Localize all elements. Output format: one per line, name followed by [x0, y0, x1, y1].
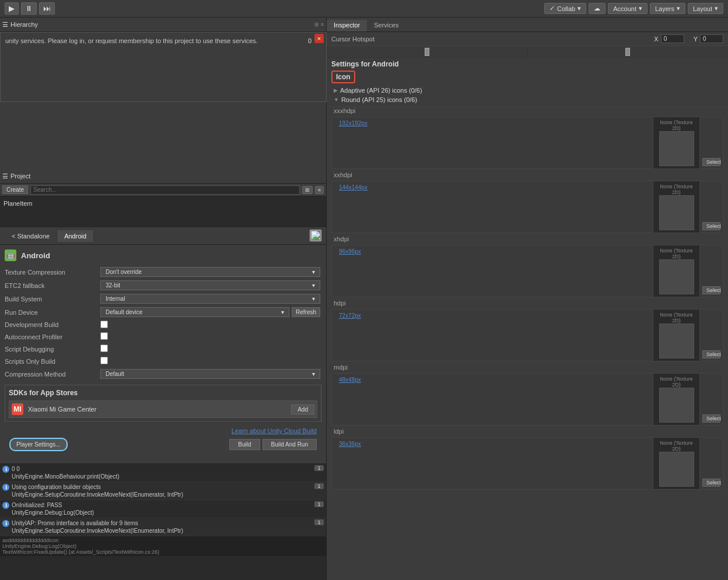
- slider-left[interactable]: [327, 46, 528, 57]
- round-api25-item[interactable]: ▼ Round (API 25) icons (0/6): [331, 95, 723, 104]
- density-row: 96x96px None (Texture 2D) Select: [331, 245, 723, 297]
- console-icon: ℹ: [2, 466, 9, 473]
- density-rows-container: xxxhdpi 192x192px None (Texture 2D) Sele…: [327, 107, 728, 490]
- console-item[interactable]: ℹ UnityIAP: Promo interface is available…: [0, 518, 326, 536]
- play-button[interactable]: ▶: [5, 2, 19, 15]
- select-button[interactable]: Select: [702, 286, 720, 294]
- etc2-value: 32-bit ▾: [99, 279, 321, 291]
- console-text: UnityIAP: Promo interface is available f…: [12, 519, 312, 535]
- compression-dropdown[interactable]: Default ▾: [100, 369, 320, 379]
- adaptive-api26-item[interactable]: ▶ Adaptive (API 26) icons (0/6): [331, 86, 723, 95]
- density-size-link[interactable]: 144x144px: [337, 183, 370, 192]
- layers-dropdown[interactable]: Layers ▾: [650, 3, 685, 14]
- select-button[interactable]: Select: [702, 222, 720, 230]
- y-value-input[interactable]: [700, 34, 723, 43]
- player-settings-button[interactable]: Player Settings...: [9, 438, 68, 451]
- adaptive-arrow-icon: ▶: [334, 87, 338, 93]
- density-group-label: hdpi: [331, 300, 723, 307]
- tab-inspector[interactable]: Inspector: [327, 20, 367, 31]
- slider-left-handle[interactable]: [425, 48, 429, 56]
- console-panel: ℹ 0 0 UnityEngine.MonoBehaviour:print(Ob…: [0, 463, 326, 580]
- refresh-button[interactable]: Refresh: [292, 307, 320, 317]
- x-value-input[interactable]: [661, 34, 684, 43]
- inspector-content: Cursor Hotspot X Y: [327, 32, 728, 580]
- build-system-text: Internal: [106, 296, 125, 302]
- account-dropdown[interactable]: Account ▾: [608, 3, 648, 14]
- script-debug-checkbox[interactable]: [100, 345, 108, 352]
- density-size-link[interactable]: 72x72px: [337, 311, 363, 320]
- console-icon: ℹ: [2, 520, 9, 527]
- density-size-link[interactable]: 36x36px: [337, 440, 363, 448]
- build-button[interactable]: Build: [229, 439, 260, 450]
- density-group-label: mdpi: [331, 364, 723, 371]
- project-search-input[interactable]: [30, 185, 300, 195]
- autoconnect-checkbox[interactable]: [100, 332, 108, 340]
- android-header: 🤖 Android: [5, 249, 321, 261]
- density-size-link[interactable]: 96x96px: [337, 247, 363, 256]
- texture-compression-text: Don't override: [106, 269, 142, 275]
- settings-android-title: Settings for Android: [331, 60, 723, 68]
- run-device-arrow: ▾: [281, 309, 284, 315]
- dev-build-checkbox[interactable]: [100, 321, 108, 328]
- cloud-build-link[interactable]: Learn about Unity Cloud Build: [9, 427, 317, 434]
- run-device-text: Default device: [106, 309, 142, 315]
- texture-label: None (Texture 2D): [656, 248, 697, 259]
- compression-arrow: ▾: [312, 371, 315, 377]
- top-toolbar: ▶ ⏸ ⏭ ✓ Collab ▾ ☁ Account ▾ Layers ▾ La…: [0, 0, 728, 17]
- build-settings-panel: < Standalone Android 🤖 Android Texture C…: [0, 227, 326, 463]
- select-button[interactable]: Select: [702, 479, 720, 487]
- layout-dropdown[interactable]: Layout ▾: [688, 3, 723, 14]
- select-button[interactable]: Select: [702, 350, 720, 358]
- console-badge: 1: [314, 519, 324, 525]
- platform-android[interactable]: Android: [57, 230, 94, 242]
- console-item[interactable]: ℹ Using configuration builder objects Un…: [0, 482, 326, 500]
- project-header: ☰ Project: [0, 169, 326, 184]
- console-item[interactable]: ℹ 0 0 UnityEngine.MonoBehaviour:print(Ob…: [0, 464, 326, 482]
- console-items-container: ℹ 0 0 UnityEngine.MonoBehaviour:print(Ob…: [0, 464, 326, 536]
- sdk-section: SDKs for App Stores MI Xiaomi Mi Game Ce…: [5, 385, 321, 422]
- build-and-run-button[interactable]: Build And Run: [262, 439, 317, 450]
- project-icons-button[interactable]: ⊞: [302, 186, 313, 194]
- density-size-link[interactable]: 48x48px: [337, 375, 363, 384]
- platform-switch-icon: [310, 230, 321, 242]
- select-col: Select: [699, 245, 723, 297]
- collab-dropdown[interactable]: ✓ Collab ▾: [544, 3, 586, 14]
- console-item[interactable]: ℹ OnInitialized: PASS UnityEngine.Debug:…: [0, 500, 326, 518]
- build-action-buttons: Build Build And Run: [229, 439, 317, 450]
- etc2-dropdown[interactable]: 32-bit ▾: [100, 280, 320, 290]
- texture-compression-dropdown[interactable]: Don't override ▾: [100, 267, 320, 277]
- xiaomi-logo: MI: [12, 403, 23, 415]
- icon-section: Icon: [331, 71, 355, 83]
- slider-right[interactable]: [528, 46, 729, 57]
- tab-services[interactable]: Services: [367, 20, 405, 31]
- select-button[interactable]: Select: [702, 414, 720, 423]
- density-section: ldpi 36x36px None (Texture 2D) Select: [331, 428, 723, 490]
- popup-close-button[interactable]: ×: [314, 34, 324, 43]
- console-icon: ℹ: [2, 484, 9, 491]
- slider-right-handle[interactable]: [625, 48, 630, 56]
- cloud-button[interactable]: ☁: [589, 3, 606, 14]
- dev-build-label: Development Build: [5, 319, 98, 330]
- project-list-button[interactable]: ≡: [315, 186, 324, 194]
- density-row: 144x144px None (Texture 2D) Select: [331, 181, 723, 233]
- project-create-button[interactable]: Create: [2, 185, 28, 194]
- texture-label: None (Texture 2D): [656, 312, 697, 324]
- build-system-dropdown[interactable]: Internal ▾: [100, 294, 320, 304]
- pause-button[interactable]: ⏸: [21, 2, 37, 15]
- sdk-add-button[interactable]: Add: [291, 405, 314, 414]
- run-device-dropdown[interactable]: Default device ▾: [100, 307, 289, 317]
- collab-icon: ✓: [550, 5, 555, 12]
- project-title: Project: [10, 173, 30, 180]
- platform-standalone[interactable]: < Standalone: [5, 230, 57, 242]
- hierarchy-title: Hierarchy: [10, 21, 38, 28]
- popup-message: unity services. Please log in, or reques…: [1, 33, 326, 49]
- hierarchy-icons: ⊞ ≡: [314, 22, 324, 27]
- density-size-link[interactable]: 192x192px: [337, 119, 370, 128]
- texture-preview: [659, 131, 694, 166]
- layers-chevron: ▾: [677, 5, 680, 12]
- select-button[interactable]: Select: [702, 158, 720, 166]
- project-item-plane[interactable]: PlaneItem: [2, 199, 324, 208]
- select-col: Select: [699, 117, 723, 168]
- scripts-only-checkbox[interactable]: [100, 357, 108, 364]
- step-button[interactable]: ⏭: [39, 2, 55, 15]
